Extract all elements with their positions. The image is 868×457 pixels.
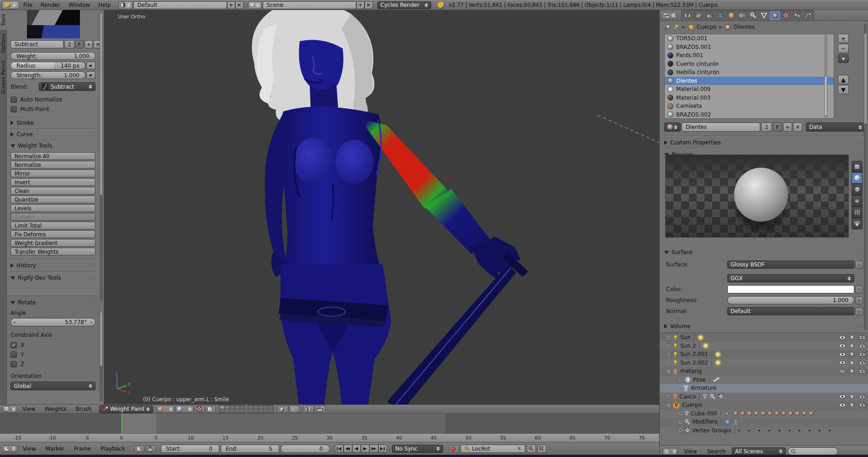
material-slot-row[interactable]: BRAZOS.001 bbox=[665, 43, 834, 52]
subsurf-modifier-icon[interactable] bbox=[725, 420, 730, 425]
sun-data-icon[interactable] bbox=[715, 352, 720, 357]
brush-name-field[interactable]: Subtract bbox=[11, 40, 64, 48]
axis-y-checkbox[interactable] bbox=[11, 351, 17, 358]
selectability-cursor-icon[interactable] bbox=[850, 360, 855, 366]
layers-grid-1[interactable] bbox=[219, 405, 245, 413]
normal-select[interactable]: Default bbox=[727, 307, 854, 315]
normal-socket-button[interactable] bbox=[855, 308, 863, 315]
scene-delete-button[interactable]: ✕ bbox=[365, 1, 373, 9]
weight-tool-button[interactable]: Clean bbox=[11, 187, 95, 195]
next-keyframe-button[interactable] bbox=[370, 445, 378, 452]
outliner-row-vertex-groups[interactable]: + Vertex Groups | bbox=[660, 426, 868, 435]
material-slot-row[interactable]: Material.003 bbox=[665, 94, 834, 102]
tab-render[interactable] bbox=[682, 11, 693, 20]
radius-pressure-toggle[interactable]: ☛ bbox=[86, 62, 95, 69]
preview-world-button[interactable] bbox=[852, 218, 863, 229]
tab-material[interactable] bbox=[770, 11, 780, 20]
shading-select[interactable] bbox=[175, 405, 194, 413]
outliner-row-cuerpo[interactable]: − ∇ Cuerpo bbox=[660, 401, 868, 409]
weight-tool-button[interactable]: Smooth bbox=[11, 213, 95, 221]
weight-tool-button[interactable]: Limit Total bbox=[11, 222, 95, 229]
delete-keyframe-button[interactable] bbox=[537, 445, 546, 453]
visibility-eye-icon[interactable] bbox=[839, 335, 846, 340]
visibility-eye-icon[interactable] bbox=[839, 369, 846, 373]
color-socket-button[interactable] bbox=[855, 286, 863, 293]
material-add-button[interactable]: + bbox=[783, 122, 792, 132]
layout-delete-button[interactable]: ✕ bbox=[235, 1, 243, 9]
properties-scrollbar[interactable] bbox=[864, 24, 867, 330]
bone-icon[interactable] bbox=[713, 377, 720, 382]
renderability-camera-icon[interactable] bbox=[859, 344, 865, 348]
ol-menu-search[interactable]: Search bbox=[703, 448, 730, 455]
viewport-3d[interactable]: User Ortho y x z (0) Cuerpo : upper_arm.… bbox=[104, 10, 659, 404]
renderability-camera-icon[interactable] bbox=[859, 335, 865, 340]
outliner-search-input[interactable] bbox=[788, 447, 838, 455]
material-name-field[interactable]: Dientes bbox=[682, 122, 760, 132]
menu-file[interactable]: File bbox=[19, 2, 37, 8]
expand-icon[interactable]: + bbox=[666, 335, 671, 340]
preview-hair-button[interactable] bbox=[852, 207, 863, 218]
tab-tools[interactable]: Tools bbox=[0, 10, 7, 30]
outliner-editor-type-button[interactable] bbox=[662, 448, 678, 455]
menu-render[interactable]: Render bbox=[37, 2, 64, 8]
auto-normalize-checkbox[interactable] bbox=[11, 96, 17, 103]
vp-menu-brush[interactable]: Brush bbox=[72, 406, 96, 412]
end-frame-field[interactable]: End: 5 bbox=[221, 445, 279, 453]
pivot-select[interactable] bbox=[156, 405, 175, 413]
panel-curve[interactable]: Curve:::: bbox=[11, 129, 95, 140]
preview-flat-button[interactable] bbox=[852, 161, 863, 172]
outliner-row-sun2[interactable]: + Sun 2 | bbox=[660, 342, 868, 351]
tab-particles[interactable] bbox=[792, 11, 802, 20]
tab-scene[interactable] bbox=[704, 11, 715, 20]
render-engine-select[interactable]: Cycles Render bbox=[377, 1, 431, 9]
material-browse-button[interactable] bbox=[664, 122, 681, 132]
panel-stroke[interactable]: Stroke:::: bbox=[11, 117, 95, 128]
radius-slider[interactable]: Radius: 140 px bbox=[11, 62, 85, 69]
snap-toggle[interactable] bbox=[289, 405, 300, 413]
play-reverse-button[interactable] bbox=[352, 445, 361, 452]
sun-data-icon[interactable] bbox=[703, 343, 708, 348]
ol-menu-view[interactable]: View bbox=[680, 448, 701, 455]
material-icon[interactable] bbox=[767, 411, 773, 416]
outliner-row-pose[interactable]: + Pose | bbox=[660, 376, 868, 384]
timeline-ruler[interactable]: -15-10-5051015202530354045505560657075 bbox=[0, 433, 659, 442]
material-icon[interactable] bbox=[781, 411, 786, 416]
tab-render-layers[interactable] bbox=[693, 11, 704, 20]
shapekey-icon[interactable] bbox=[725, 411, 730, 416]
weight-tool-button[interactable]: Transfer Weights bbox=[11, 248, 95, 255]
pin-icon[interactable] bbox=[664, 24, 670, 30]
toolshelf-scrollbar[interactable] bbox=[100, 13, 103, 301]
material-link-select[interactable]: Data bbox=[806, 122, 865, 132]
tab-constraints[interactable] bbox=[737, 11, 747, 20]
keying-set-clear-icon[interactable]: ✕ bbox=[517, 446, 521, 452]
material-slot-row[interactable]: Hebilla cinturón bbox=[665, 68, 834, 77]
visibility-eye-icon[interactable] bbox=[839, 403, 846, 407]
material-unlink-button[interactable]: ✕ bbox=[793, 122, 802, 132]
tab-texture[interactable] bbox=[781, 11, 791, 20]
tl-menu-playback[interactable]: Playback bbox=[96, 446, 129, 452]
outliner-row-armature[interactable]: Armature bbox=[660, 384, 868, 393]
surface-socket-button[interactable] bbox=[855, 261, 863, 269]
preview-range-toggle[interactable] bbox=[134, 445, 144, 452]
armature-modifier-icon[interactable] bbox=[733, 419, 738, 425]
outliner-row-metarig[interactable]: − metarig bbox=[660, 367, 868, 376]
brush-fake-user-button[interactable]: F bbox=[75, 40, 84, 48]
material-slot-add-button[interactable]: + bbox=[838, 34, 849, 43]
tab-modifiers[interactable] bbox=[748, 11, 758, 20]
surface-shader-select[interactable]: Glossy BSDF bbox=[727, 260, 854, 269]
material-icon[interactable] bbox=[809, 411, 814, 416]
weight-tool-button[interactable]: Fix Deforms bbox=[11, 230, 95, 238]
play-button[interactable] bbox=[361, 445, 370, 452]
material-icon[interactable] bbox=[747, 411, 752, 416]
sync-select[interactable]: No Sync bbox=[392, 445, 443, 453]
insert-keyframe-button[interactable] bbox=[527, 445, 536, 453]
lock-frame-toggle[interactable] bbox=[146, 445, 156, 452]
tab-world[interactable] bbox=[715, 11, 725, 20]
timeline-editor-type-button[interactable] bbox=[2, 445, 17, 452]
preview-cube-button[interactable] bbox=[852, 184, 863, 195]
menu-help[interactable]: Help bbox=[94, 2, 115, 8]
paint-mask-vertex-toggle[interactable] bbox=[206, 405, 216, 413]
selectability-cursor-icon[interactable] bbox=[850, 343, 855, 349]
visibility-eye-icon[interactable] bbox=[839, 394, 846, 399]
tl-menu-view[interactable]: View bbox=[19, 446, 40, 452]
